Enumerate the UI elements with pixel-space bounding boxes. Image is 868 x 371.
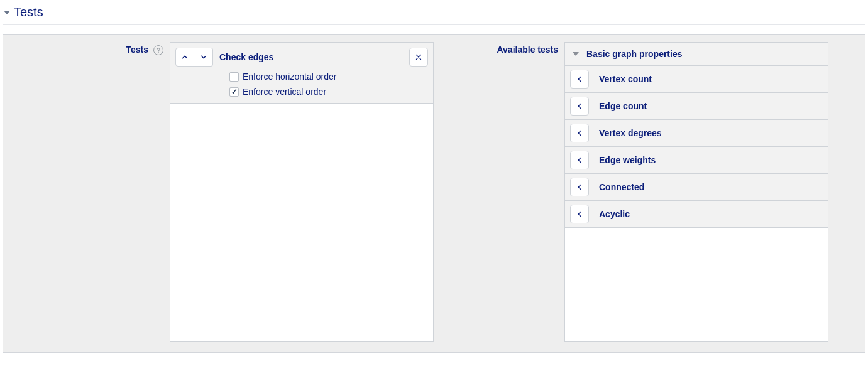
option-label: Enforce vertical order (243, 87, 326, 97)
available-tests-list: Basic graph properties Vertex count Edge… (564, 42, 828, 342)
available-test-edge-weights: Edge weights (565, 147, 828, 174)
available-test-vertex-degrees: Vertex degrees (565, 120, 828, 147)
available-test-label: Edge count (599, 101, 647, 111)
available-group-header[interactable]: Basic graph properties (565, 43, 828, 66)
add-test-button[interactable] (570, 124, 589, 142)
chevron-left-icon (575, 156, 584, 164)
tests-panel: Tests ? Check edges (3, 34, 865, 353)
option-label: Enforce horizontal order (243, 72, 336, 82)
selected-test-options: Enforce horizontal order Enforce vertica… (175, 67, 428, 97)
available-test-vertex-count: Vertex count (565, 66, 828, 93)
available-group-title: Basic graph properties (586, 49, 683, 59)
available-test-acyclic: Acyclic (565, 201, 828, 228)
selected-test-item: Check edges Enforce horizontal order Enf… (170, 43, 433, 104)
reorder-buttons (175, 48, 213, 67)
available-test-label: Edge weights (599, 155, 656, 165)
section-title: Tests (14, 5, 43, 19)
chevron-left-icon (575, 102, 584, 110)
checkbox-unchecked-icon (229, 72, 239, 82)
add-test-button[interactable] (570, 178, 589, 196)
selected-tests-label: Tests (126, 45, 148, 55)
checkbox-checked-icon (229, 87, 239, 97)
remove-test-button[interactable] (409, 48, 428, 67)
chevron-down-icon (199, 53, 208, 62)
chevron-left-icon (575, 210, 584, 218)
option-enforce-horizontal[interactable]: Enforce horizontal order (229, 72, 428, 82)
chevron-down-icon (573, 52, 579, 56)
available-tests-label: Available tests (497, 45, 558, 55)
selected-tests-empty-area (170, 104, 433, 341)
available-test-label: Vertex count (599, 74, 652, 84)
chevron-left-icon (575, 129, 584, 137)
selected-tests-label-wrap: Tests ? (9, 42, 163, 343)
move-up-button[interactable] (175, 48, 194, 67)
available-test-label: Connected (599, 182, 644, 192)
selected-test-title: Check edges (219, 52, 403, 62)
selected-tests-list: Check edges Enforce horizontal order Enf… (170, 42, 434, 342)
help-icon[interactable]: ? (153, 45, 163, 55)
add-test-button[interactable] (570, 205, 589, 223)
available-test-label: Vertex degrees (599, 128, 662, 138)
available-tests-empty-area (565, 228, 828, 341)
chevron-up-icon (180, 53, 189, 62)
available-test-label: Acyclic (599, 209, 630, 219)
available-test-edge-count: Edge count (565, 93, 828, 120)
collapse-toggle-icon (4, 11, 10, 14)
available-test-connected: Connected (565, 174, 828, 201)
available-tests-label-wrap: Available tests (440, 42, 558, 343)
selected-test-row: Check edges (175, 48, 428, 67)
close-icon (414, 53, 423, 62)
add-test-button[interactable] (570, 70, 589, 89)
chevron-left-icon (575, 75, 584, 83)
section-header[interactable]: Tests (3, 3, 865, 25)
chevron-left-icon (575, 183, 584, 191)
add-test-button[interactable] (570, 151, 589, 169)
option-enforce-vertical[interactable]: Enforce vertical order (229, 87, 428, 97)
move-down-button[interactable] (194, 48, 213, 67)
add-test-button[interactable] (570, 97, 589, 116)
